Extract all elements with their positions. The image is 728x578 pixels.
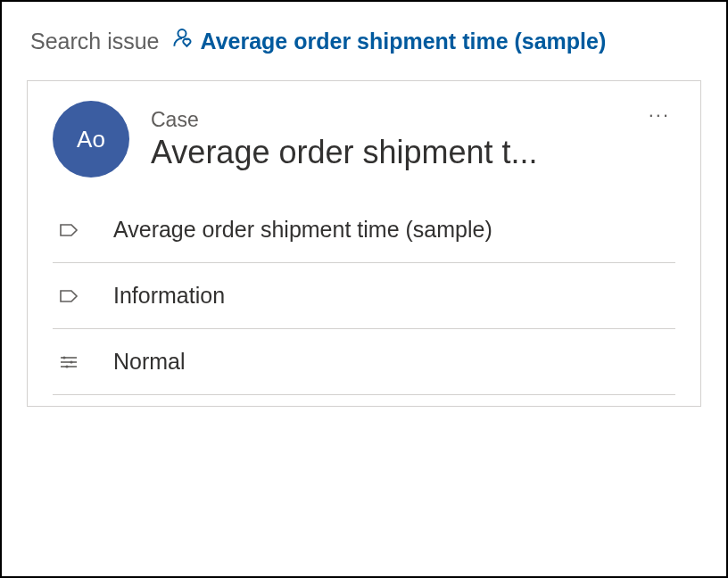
field-value-form: Information — [113, 283, 225, 309]
field-row-priority[interactable]: Normal — [53, 329, 675, 395]
record-type-label: Case — [151, 108, 622, 132]
card-header: Ao Case Average order shipment t... ... — [53, 101, 675, 178]
case-card: Ao Case Average order shipment t... ... … — [27, 80, 701, 407]
svg-point-6 — [65, 365, 68, 367]
field-row-name[interactable]: Average order shipment time (sample) — [53, 197, 675, 263]
breadcrumb: Search issue Average order shipment time… — [27, 27, 701, 55]
tag-icon — [56, 218, 81, 243]
avatar-initials: Ao — [77, 126, 105, 153]
svg-point-4 — [62, 356, 65, 359]
case-icon — [170, 27, 194, 55]
field-row-form[interactable]: Information — [53, 263, 675, 329]
sliders-icon — [56, 350, 81, 375]
breadcrumb-link-text: Average order shipment time (sample) — [201, 29, 607, 54]
breadcrumb-label: Search issue — [30, 29, 160, 54]
header-text: Case Average order shipment t... — [151, 108, 622, 171]
field-value-name: Average order shipment time (sample) — [113, 217, 492, 243]
breadcrumb-link[interactable]: Average order shipment time (sample) — [170, 27, 607, 55]
field-value-priority: Normal — [113, 349, 186, 375]
svg-point-5 — [70, 360, 72, 363]
more-button[interactable]: ... — [643, 95, 675, 126]
avatar: Ao — [53, 101, 129, 178]
tag-icon — [56, 284, 81, 309]
svg-point-0 — [178, 29, 186, 37]
record-title: Average order shipment t... — [151, 134, 622, 171]
